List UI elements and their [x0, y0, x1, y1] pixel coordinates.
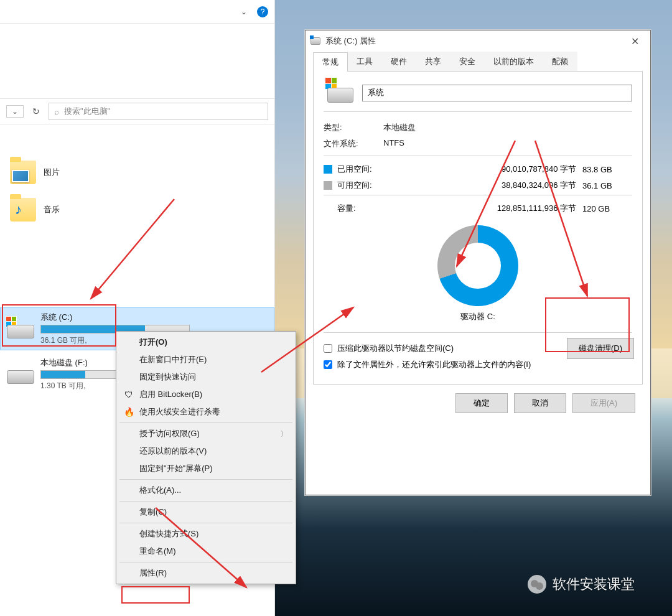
context-menu-item[interactable]: 创建快捷方式(S) — [118, 525, 294, 543]
dialog-title: 系统 (C:) 属性 — [325, 35, 376, 47]
tab-1[interactable]: 工具 — [347, 52, 382, 71]
breadcrumb-dropdown[interactable]: ⌄ — [6, 105, 24, 118]
context-menu-item[interactable]: 🔥使用火绒安全进行杀毒 — [118, 403, 294, 421]
drive-icon — [310, 37, 320, 45]
search-placeholder: 搜索"此电脑" — [64, 106, 110, 117]
folder-music[interactable]: ♪ 音乐 — [0, 193, 274, 226]
disk-cleanup-button[interactable]: 磁盘清理(D) — [567, 338, 634, 359]
type-value: 本地磁盘 — [383, 122, 416, 133]
index-label: 除了文件属性外，还允许索引此驱动器上文件的内容(I) — [337, 359, 531, 370]
search-icon: ⌕ — [54, 107, 59, 116]
watermark: 软件安装课堂 — [528, 575, 635, 594]
ribbon-toggle-icon[interactable]: ⌄ — [236, 5, 252, 19]
type-label: 类型: — [324, 122, 383, 133]
context-menu-item[interactable]: 复制(C) — [118, 503, 294, 521]
folder-label: 音乐 — [44, 204, 60, 215]
flame-icon: 🔥 — [123, 407, 134, 417]
context-menu-item[interactable]: 打开(O) — [118, 334, 294, 351]
submenu-arrow-icon: 〉 — [281, 429, 287, 439]
context-menu-item[interactable]: 属性(R) — [118, 564, 294, 582]
context-menu-item[interactable]: 重命名(M) — [118, 543, 294, 560]
used-label: 已用空间: — [337, 164, 406, 175]
tab-5[interactable]: 以前的版本 — [484, 52, 543, 71]
drive-label: 驱动器 C: — [324, 311, 632, 322]
tab-6[interactable]: 配额 — [543, 52, 577, 71]
compress-label: 压缩此驱动器以节约磁盘空间(C) — [337, 343, 454, 354]
context-menu-item[interactable]: 🛡启用 BitLocker(B) — [118, 386, 294, 403]
context-menu-item[interactable]: 还原以前的版本(V) — [118, 442, 294, 460]
drive-icon — [7, 365, 34, 384]
used-bytes: 90,010,787,840 字节 — [406, 164, 582, 175]
search-input[interactable]: ⌕ 搜索"此电脑" — [49, 103, 268, 120]
drive-name: 系统 (C:) — [40, 312, 268, 323]
folder-icon — [10, 161, 36, 184]
folder-pictures[interactable]: 图片 — [0, 156, 274, 189]
context-menu: 打开(O)在新窗口中打开(E)固定到快速访问🛡启用 BitLocker(B)🔥使… — [116, 331, 296, 584]
shield-icon: 🛡 — [123, 390, 134, 399]
properties-dialog: 系统 (C:) 属性 ✕ 常规工具硬件共享安全以前的版本配额 类型:本地磁盘 文… — [305, 30, 651, 495]
ok-button[interactable]: 确定 — [455, 393, 508, 413]
address-bar: ⌄ ↻ ⌕ 搜索"此电脑" — [0, 98, 274, 124]
context-menu-item[interactable]: 授予访问权限(G)〉 — [118, 425, 294, 442]
index-checkbox[interactable] — [324, 360, 332, 369]
capacity-bytes: 128,851,111,936 字节 — [406, 203, 582, 214]
wechat-icon — [528, 575, 546, 594]
filesystem-label: 文件系统: — [324, 138, 383, 149]
tab-2[interactable]: 硬件 — [381, 52, 416, 71]
free-bytes: 38,840,324,096 字节 — [406, 180, 582, 191]
used-swatch — [324, 165, 332, 174]
tab-0[interactable]: 常规 — [313, 52, 348, 72]
free-label: 可用空间: — [337, 180, 406, 191]
context-menu-item[interactable]: 格式化(A)... — [118, 482, 294, 499]
tab-3[interactable]: 共享 — [416, 52, 450, 71]
usage-donut-chart — [437, 225, 518, 306]
capacity-human: 120 GB — [582, 204, 632, 213]
drive-icon — [7, 320, 34, 338]
capacity-label: 容量: — [337, 203, 406, 214]
filesystem-value: NTFS — [383, 138, 404, 149]
folder-icon: ♪ — [10, 198, 36, 222]
used-human: 83.8 GB — [582, 165, 632, 174]
apply-button[interactable]: 应用(A) — [572, 393, 635, 413]
tab-4[interactable]: 安全 — [450, 52, 485, 71]
dialog-titlebar[interactable]: 系统 (C:) 属性 ✕ — [306, 30, 650, 52]
drive-icon-large — [327, 83, 353, 103]
context-menu-item[interactable]: 固定到快速访问 — [118, 368, 294, 386]
refresh-icon[interactable]: ↻ — [27, 104, 45, 119]
context-menu-item[interactable]: 固定到"开始"屏幕(P) — [118, 460, 294, 477]
free-human: 36.1 GB — [582, 181, 632, 190]
compress-checkbox[interactable] — [324, 344, 332, 353]
folder-label: 图片 — [44, 167, 60, 178]
tab-strip: 常规工具硬件共享安全以前的版本配额 — [313, 52, 643, 72]
free-swatch — [324, 181, 332, 190]
drive-name-input[interactable] — [362, 85, 632, 101]
cancel-button[interactable]: 取消 — [514, 393, 566, 413]
context-menu-item[interactable]: 在新窗口中打开(E) — [118, 351, 294, 368]
help-icon[interactable]: ? — [257, 6, 268, 17]
close-icon[interactable]: ✕ — [625, 33, 645, 50]
